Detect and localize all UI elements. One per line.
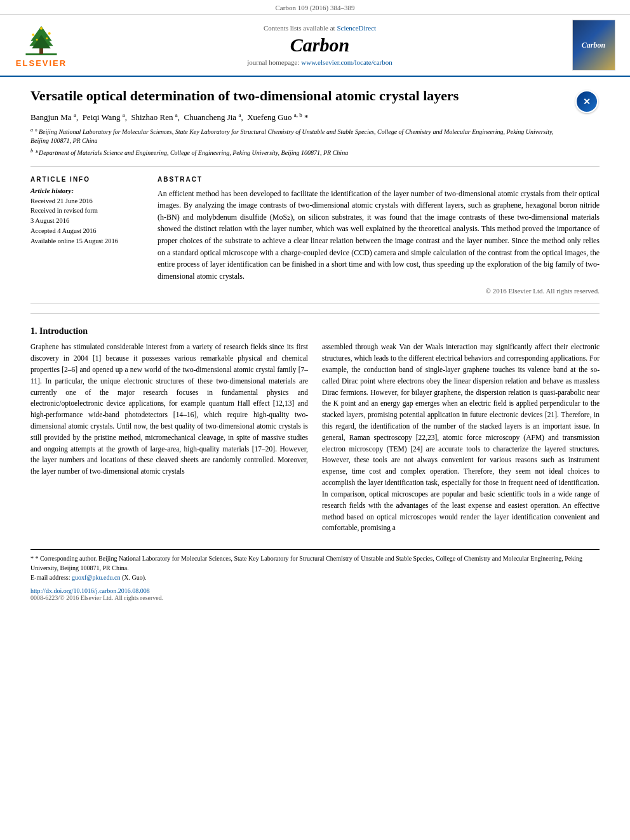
svg-point-9 xyxy=(46,37,48,39)
article-info-abstract: ARTICLE INFO Article history: Received 2… xyxy=(30,176,600,305)
doi-line: http://dx.doi.org/10.1016/j.carbon.2016.… xyxy=(30,587,600,594)
journal-center: Contents lists available at ScienceDirec… xyxy=(76,20,563,70)
svg-point-8 xyxy=(36,39,38,41)
science-direct-link[interactable]: ScienceDirect xyxy=(337,24,376,32)
science-direct-line: Contents lists available at ScienceDirec… xyxy=(264,24,376,32)
available-date: Available online 15 August 2016 xyxy=(30,236,145,246)
page-wrapper: Carbon 109 (2016) 384–389 ELSEVI xyxy=(0,0,630,840)
journal-homepage-line: journal homepage: www.elsevier.com/locat… xyxy=(247,58,392,66)
article-history-label: Article history: xyxy=(30,187,145,194)
received-date: Received 21 June 2016 xyxy=(30,196,145,206)
article-info-panel: ARTICLE INFO Article history: Received 2… xyxy=(30,176,145,295)
intro-section-title: 1. Introduction xyxy=(30,326,600,337)
elsevier-wordmark: ELSEVIER xyxy=(16,58,67,68)
abstract-label: ABSTRACT xyxy=(158,176,600,183)
journal-cover: Carbon xyxy=(570,20,617,70)
introduction-section: 1. Introduction Graphene has stimulated … xyxy=(30,323,600,539)
abstract-panel: ABSTRACT An efficient method has been de… xyxy=(158,176,600,295)
article-title: Versatile optical determination of two-d… xyxy=(30,87,568,105)
email-note: E-mail address: guoxf@pku.edu.cn (X. Guo… xyxy=(30,573,600,582)
revised-date: 3 August 2016 xyxy=(30,216,145,226)
issn-line: 0008-6223/© 2016 Elsevier Ltd. All right… xyxy=(30,594,600,601)
svg-point-6 xyxy=(48,32,51,35)
svg-point-7 xyxy=(40,27,43,30)
footer-area: * * Corresponding author. Beijing Nation… xyxy=(30,549,600,601)
journal-header: ELSEVIER Contents lists available at Sci… xyxy=(0,15,630,77)
citation-bar: Carbon 109 (2016) 384–389 xyxy=(0,0,630,15)
intro-paragraph-1: Graphene has stimulated considerable int… xyxy=(30,342,308,477)
intro-col-right: assembled through weak Van der Waals int… xyxy=(322,342,600,539)
affiliation-a: a ° Beijing National Laboratory for Mole… xyxy=(30,126,568,145)
elsevier-logo: ELSEVIER xyxy=(13,20,70,70)
main-content: Versatile optical determination of two-d… xyxy=(0,77,630,614)
journal-cover-image: Carbon xyxy=(572,20,615,70)
journal-homepage-link[interactable]: www.elsevier.com/locate/carbon xyxy=(301,58,392,66)
received-revised-label: Received in revised form xyxy=(30,206,145,216)
crossmark-icon[interactable]: ✕ xyxy=(575,90,598,113)
elsevier-tree-icon xyxy=(19,22,64,57)
journal-name: Carbon xyxy=(290,34,349,56)
corresponding-author-note: * * Corresponding author. Beijing Nation… xyxy=(30,554,600,573)
crossmark-badge-container[interactable]: ✕ xyxy=(574,87,600,113)
citation-text: Carbon 109 (2016) 384–389 xyxy=(276,4,355,11)
copyright-text: © 2016 Elsevier Ltd. All rights reserved… xyxy=(158,287,600,295)
accepted-date: Accepted 4 August 2016 xyxy=(30,226,145,236)
intro-paragraph-2: assembled through weak Van der Waals int… xyxy=(322,342,600,534)
article-title-section: Versatile optical determination of two-d… xyxy=(30,87,600,167)
intro-col-left: Graphene has stimulated considerable int… xyxy=(30,342,308,539)
article-info-label: ARTICLE INFO xyxy=(30,176,145,183)
intro-two-column: Graphene has stimulated considerable int… xyxy=(30,342,600,539)
article-title-block: Versatile optical determination of two-d… xyxy=(30,87,568,160)
svg-point-5 xyxy=(32,34,34,36)
affiliation-b: b ᵇ Department of Materials Science and … xyxy=(30,147,568,157)
doi-link[interactable]: http://dx.doi.org/10.1016/j.carbon.2016.… xyxy=(30,587,150,594)
section-divider xyxy=(30,313,600,314)
email-link[interactable]: guoxf@pku.edu.cn xyxy=(72,574,120,581)
authors-line: Bangjun Ma a, Peiqi Wang a, Shizhao Ren … xyxy=(30,112,568,123)
abstract-text: An efficient method has been developed t… xyxy=(158,188,600,283)
